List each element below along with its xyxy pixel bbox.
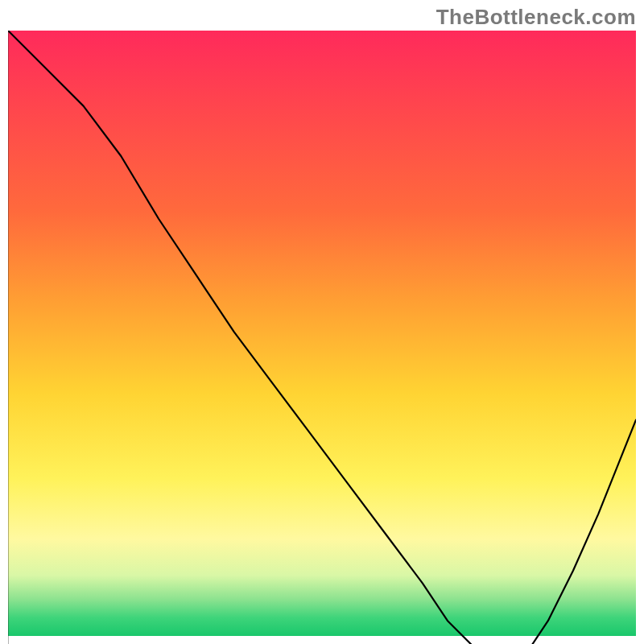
chart-stage: TheBottleneck.com xyxy=(0,0,644,644)
gradient-background xyxy=(8,31,636,636)
plot-area xyxy=(8,31,636,636)
watermark-text: TheBottleneck.com xyxy=(436,5,636,30)
